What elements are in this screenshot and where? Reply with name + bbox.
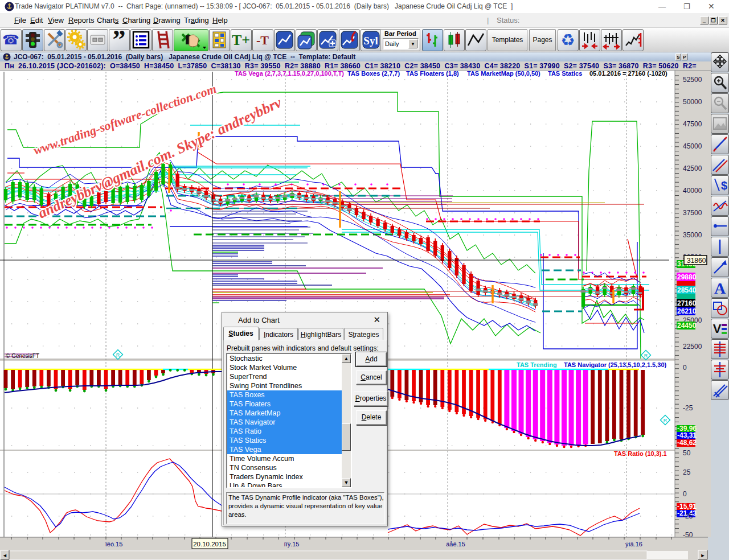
svg-text:35000: 35000: [683, 231, 702, 239]
svg-text:TAS Floaters (1,8): TAS Floaters (1,8): [406, 70, 459, 77]
svg-text:TAS Ratio (10,3).1: TAS Ratio (10,3).1: [614, 450, 667, 457]
svg-text:0: 0: [683, 364, 687, 372]
svg-text:-43,31: -43,31: [677, 431, 697, 439]
svg-text:TAS Boxes (2,7,7): TAS Boxes (2,7,7): [347, 70, 400, 77]
svg-text:-48,62: -48,62: [677, 439, 697, 447]
svg-text:22500: 22500: [683, 343, 702, 351]
svg-text:TAS MarketMap (50,0,50): TAS MarketMap (50,0,50): [467, 70, 540, 77]
svg-text:05.01.2016 = 27160 (-1020): 05.01.2016 = 27160 (-1020): [589, 70, 667, 77]
svg-text:37500: 37500: [683, 209, 702, 217]
svg-text:20.10.2015: 20.10.2015: [193, 541, 226, 547]
svg-text:Syl: Syl: [363, 35, 378, 47]
svg-text:R: R: [644, 353, 648, 359]
svg-text:A: A: [714, 279, 726, 297]
svg-text:V: V: [713, 322, 722, 336]
svg-text:-25: -25: [683, 404, 693, 412]
svg-text:íîÿ.15: íîÿ.15: [284, 541, 300, 547]
svg-text:TAS Navigator (25,13,5,10,2,1.: TAS Navigator (25,13,5,10,2,1.5,30): [564, 361, 666, 368]
svg-text:îêò.15: îêò.15: [105, 541, 123, 547]
svg-text:42500: 42500: [683, 164, 702, 172]
svg-text:52500: 52500: [683, 76, 702, 84]
svg-text:TAS Trending: TAS Trending: [517, 361, 557, 368]
svg-text:0: 0: [683, 490, 687, 498]
svg-text:47500: 47500: [683, 120, 702, 128]
svg-text:45000: 45000: [683, 142, 702, 150]
svg-text:$: $: [721, 179, 727, 192]
svg-text:TAS Vega (2,7,3,7,1.15,0,27,0,: TAS Vega (2,7,3,7,1.15,0,27,0,100,T,T): [235, 70, 344, 77]
svg-text:26210: 26210: [677, 307, 697, 315]
svg-text:24450: 24450: [677, 322, 697, 330]
svg-text:äåê.15: äåê.15: [446, 541, 465, 547]
svg-text:◄: ◄: [2, 553, 7, 558]
svg-text:25: 25: [683, 468, 691, 476]
svg-text:40000: 40000: [683, 187, 702, 195]
svg-text:50000: 50000: [683, 98, 702, 106]
svg-text:T+: T+: [232, 32, 250, 48]
svg-text:-T: -T: [256, 33, 269, 47]
svg-text:28540: 28540: [677, 286, 697, 294]
svg-text:29880: 29880: [677, 273, 697, 281]
svg-text:”: ”: [113, 30, 126, 51]
svg-text:►: ►: [701, 553, 706, 558]
svg-text:R: R: [664, 418, 667, 423]
svg-text:27160: 27160: [677, 299, 697, 307]
svg-text:ÿíâ.16: ÿíâ.16: [625, 541, 642, 547]
svg-text:♻: ♻: [560, 31, 575, 49]
svg-text:31860: 31860: [687, 257, 706, 265]
svg-text:R: R: [116, 352, 120, 358]
svg-text:50: 50: [683, 449, 691, 457]
svg-text:© GenesisFT: © GenesisFT: [6, 353, 39, 359]
svg-text:-25: -25: [683, 512, 693, 520]
svg-text:☎: ☎: [2, 32, 19, 47]
svg-text:TAS Statics: TAS Statics: [548, 70, 582, 77]
